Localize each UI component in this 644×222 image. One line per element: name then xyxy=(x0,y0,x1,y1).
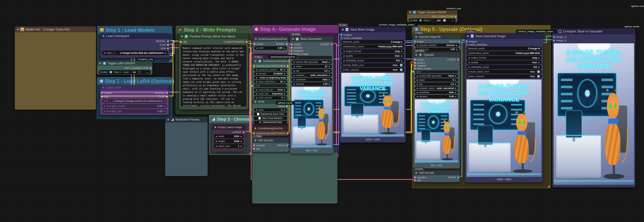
node-toggle-lora[interactable]: Toggle LoRA ON/OFF OPT_CONNECTION Enable… xyxy=(97,61,152,75)
images-input-port[interactable] xyxy=(466,41,468,42)
node-seed-variance-enhancer[interactable]: SeedVarianceEnhancer conditioningCONDITI… xyxy=(252,59,289,103)
toggle-lora-widget[interactable]: Enable Step 1 - Load LoRA (Optional) no … xyxy=(98,70,151,74)
samples-input-port[interactable] xyxy=(253,144,255,146)
metadata-scope-widget[interactable]: ◀metadata_scopefull▶ xyxy=(341,59,404,62)
positive-input-port[interactable] xyxy=(291,47,292,49)
toggle-knob[interactable] xyxy=(400,68,403,71)
control-after-generate-widget[interactable]: ◀control after generatefixed▶ xyxy=(254,88,287,91)
vae-input-port[interactable] xyxy=(253,148,255,150)
sampler-name-widget[interactable]: ◀sampler_nameeuler_ancestral▶ xyxy=(415,87,458,90)
toggle-knob[interactable] xyxy=(138,71,141,74)
latent-output-port[interactable] xyxy=(457,59,459,61)
prev-arrow-icon[interactable]: ◀ xyxy=(104,52,105,54)
node-load-lora[interactable]: Load LoRA modelMODEL clipCLIP ◀lora_name… xyxy=(100,85,168,115)
seed-input-port[interactable] xyxy=(252,85,253,87)
toggle-knob[interactable] xyxy=(537,70,540,73)
strength-widget[interactable]: ◀strength20.00000▶ xyxy=(254,72,287,75)
opt-connection-port[interactable] xyxy=(150,67,152,69)
sampler-name-widget[interactable]: ◀sampler_nameeuler_ancestral▶ xyxy=(292,73,332,77)
node-save-upscaled-image[interactable]: Save Upscaled Image images extra_metadat… xyxy=(465,33,543,182)
extra-metadata-input-port[interactable] xyxy=(340,37,343,39)
image-output-port[interactable] xyxy=(286,144,288,146)
note-model-info[interactable]: Model Info - Z-Image-Turbo-AIO xyxy=(15,27,96,110)
conditioning-output-port[interactable] xyxy=(246,41,248,43)
node-toggle-upscaler[interactable]: Toggle Upscaler ON/OFF OPT_CONNECTION En… xyxy=(407,10,457,22)
width-widget[interactable]: ◀width1024▶ xyxy=(214,134,244,138)
mask-starts-at-widget[interactable]: ◀mask_starts_atbeginning▶ xyxy=(254,92,287,95)
subdirectory-name-widget[interactable]: subdirectory_name%date:yyyy-MM-dd% xyxy=(341,45,404,49)
subdirectory-name-widget[interactable]: subdirectory_name%date:yyyy-MM-dd% xyxy=(466,51,542,55)
workflow-canvas[interactable]: Step 1 - Load Models Step 1 - Load LoRA … xyxy=(0,0,644,222)
noise-mode-widget[interactable]: ◀n ...noise on beginning steps▶ xyxy=(254,76,287,79)
include-batch-num-widget[interactable]: include_batch_numtrue xyxy=(466,70,542,74)
randomize-each-time-button[interactable]: Randomize Each Time xyxy=(254,112,287,116)
height-widget[interactable]: ◀height1536▶ xyxy=(214,139,244,143)
cfg-widget[interactable]: ◀cfg1.0▶ xyxy=(292,69,332,73)
strength-model-widget[interactable]: ◀strength_model0.90▶ xyxy=(102,104,167,108)
include-batch-num-widget[interactable]: include_batch_numtrue xyxy=(341,63,404,67)
model-output-port[interactable] xyxy=(167,40,169,42)
scheduler-widget[interactable]: ◀schedulerbeta▶ xyxy=(415,91,458,94)
image-b-input-port[interactable] xyxy=(553,40,555,41)
extra-metadata-input-port[interactable] xyxy=(466,44,468,46)
model-input-port[interactable] xyxy=(291,44,292,45)
run-arrow-icon[interactable]: → xyxy=(146,70,149,74)
node-save-base-image[interactable]: Save Base Image images extra_metadata fi… xyxy=(340,27,406,143)
samples-input-port[interactable] xyxy=(414,176,416,178)
toggle-knob[interactable] xyxy=(400,64,403,67)
node-load-checkpoint[interactable]: Load Checkpoint MODEL CLIP VAE ◀ckpt_nam… xyxy=(100,33,170,58)
node-upscale-image-by[interactable]: Upscale Image By imageIMAGE ◀upscale_met… xyxy=(413,34,461,50)
latent-output-port[interactable] xyxy=(331,44,333,45)
toggle-knob[interactable] xyxy=(537,75,540,78)
image-output-port[interactable] xyxy=(458,41,460,43)
image-output-port[interactable] xyxy=(457,176,459,178)
model-output-port[interactable] xyxy=(286,43,288,45)
negative-input-port[interactable] xyxy=(291,50,292,52)
randomize-percent-widget[interactable]: ◀randomize_percent50▶ xyxy=(254,68,287,71)
prefer-nearest-widget[interactable]: prefer_nearesttrue xyxy=(341,68,404,72)
seed-input-port[interactable] xyxy=(412,71,414,73)
image-a-input-port[interactable] xyxy=(553,36,555,38)
next-arrow-icon[interactable]: ▶ xyxy=(165,52,166,54)
node-empty-latent-image[interactable]: Empty Latent Image LATENT ◀width1024▶ ◀h… xyxy=(212,125,245,152)
clip-input-port[interactable] xyxy=(180,41,182,43)
batch-size-widget[interactable]: ◀batch_size1▶ xyxy=(214,144,244,148)
node-vae-decode-base[interactable]: VAE Decode samplesIMAGE vae xyxy=(252,138,289,152)
conditioning-output-port[interactable] xyxy=(287,132,288,134)
negative-input-port[interactable] xyxy=(414,65,416,67)
denoise-widget[interactable]: ◀denoise0.40▶ xyxy=(415,95,458,98)
node-vae-decode-upscale[interactable]: VAE Decode samplesIMAGE vae xyxy=(413,170,460,182)
vae-output-port[interactable] xyxy=(167,48,169,49)
latent-image-input-port[interactable] xyxy=(414,68,416,69)
node-model-sampling-auraflow[interactable]: ModelSamplingAuraFlow modelMODEL ◀shift3… xyxy=(253,36,288,53)
output-format-widget[interactable]: ◀output_formatpng▶ xyxy=(341,49,404,53)
steps-widget[interactable]: ◀steps8▶ xyxy=(415,78,458,82)
preview-image[interactable]: Z-IMAGE-TURBO-AIO-WORKFLOW-VARIANCE xyxy=(554,43,634,185)
shift-widget[interactable]: ◀shift3.00▶ xyxy=(254,46,287,50)
run-arrow-icon[interactable]: → xyxy=(451,19,454,22)
output-format-widget[interactable]: ◀output_formatpng▶ xyxy=(466,56,542,60)
opt-connection-port[interactable] xyxy=(455,16,456,18)
quality-widget[interactable]: ◀qualitymax▶ xyxy=(466,61,542,64)
cfg-widget[interactable]: ◀cfg1.0▶ xyxy=(415,82,458,86)
seed-input-widget[interactable]: seed xyxy=(292,56,332,60)
quality-widget[interactable]: ◀qualitymax▶ xyxy=(341,54,404,58)
toggle-upscaler-widget[interactable]: Enable Step 5 - Upscale (Optional) yes → xyxy=(409,19,456,22)
lora-name-widget[interactable]: ◀lora_namez-image\z-image-anime-v1.safet… xyxy=(102,99,167,103)
positive-input-port[interactable] xyxy=(414,62,416,64)
toggle-knob[interactable] xyxy=(443,19,446,22)
seed-input-widget[interactable]: seed xyxy=(415,70,458,73)
image-input-port[interactable] xyxy=(414,41,416,43)
denoise-widget[interactable]: ◀denoise1.00▶ xyxy=(292,82,332,86)
latent-output-port[interactable] xyxy=(243,131,244,133)
node-positive-prompt[interactable]: Positive Prompt (What You Want) clipCOND… xyxy=(179,34,248,109)
filename-prefix-widget[interactable]: filename_prefixZ-Image-L xyxy=(341,40,404,44)
seed-value-widget[interactable]: ◀seed-1▶ xyxy=(254,108,287,112)
note-resolution-presets[interactable]: Resolution Presets xyxy=(165,117,208,176)
seed-input-widget[interactable]: seed xyxy=(254,84,287,87)
prefer-nearest-widget[interactable]: prefer_nearesttrue xyxy=(466,74,542,78)
prompt-textarea[interactable]: Modern command center interior with adva… xyxy=(181,45,246,107)
note-seed-variance-guide[interactable]: Seed Variance Enhancer Guide xyxy=(252,147,338,203)
node-compare-base-vs-upscaled[interactable]: Compare: Base vs Upscaled image_a image_… xyxy=(552,28,635,187)
conditioning-input-port[interactable] xyxy=(253,132,255,134)
